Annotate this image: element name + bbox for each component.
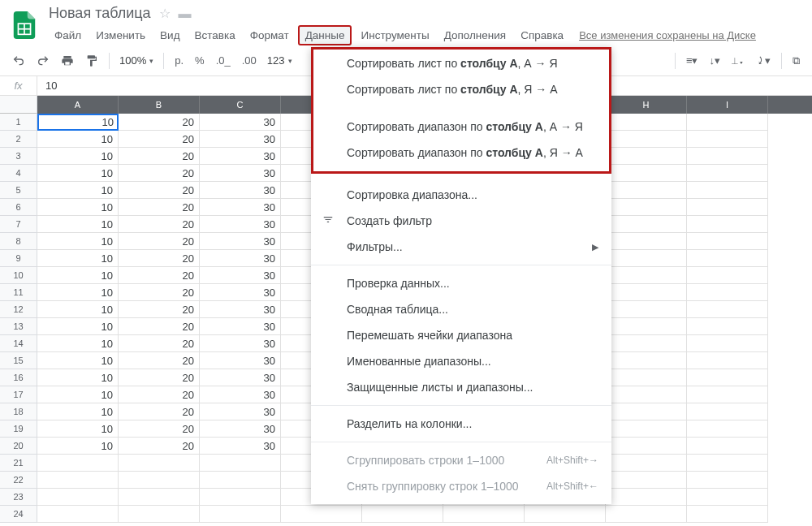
cell[interactable]: 10 xyxy=(37,131,119,148)
cell[interactable] xyxy=(687,386,768,403)
row-header[interactable]: 8 xyxy=(0,233,37,250)
percent-button[interactable]: % xyxy=(191,51,209,70)
row-header[interactable]: 23 xyxy=(0,489,37,506)
cell[interactable] xyxy=(119,489,200,506)
row-header[interactable]: 9 xyxy=(0,250,37,267)
cell[interactable]: 30 xyxy=(200,182,281,199)
cell[interactable]: 10 xyxy=(37,369,119,386)
cell[interactable]: 30 xyxy=(200,438,281,455)
cell[interactable]: 20 xyxy=(119,369,200,386)
undo-button[interactable] xyxy=(8,51,29,71)
cell[interactable]: 20 xyxy=(119,352,200,369)
cell[interactable]: 20 xyxy=(119,216,200,233)
cell[interactable] xyxy=(687,182,768,199)
cell[interactable] xyxy=(687,318,768,335)
menu-insert[interactable]: Вставка xyxy=(189,27,241,44)
menu-help[interactable]: Справка xyxy=(515,27,569,44)
cell[interactable] xyxy=(119,506,200,523)
cell[interactable]: 20 xyxy=(119,386,200,403)
cell[interactable] xyxy=(606,506,687,523)
cell[interactable]: 20 xyxy=(119,301,200,318)
row-header[interactable]: 10 xyxy=(0,267,37,284)
cell[interactable]: 20 xyxy=(119,403,200,420)
cell[interactable]: 20 xyxy=(119,438,200,455)
sort-sheet-az[interactable]: Сортировать лист по столбцу A, А → Я xyxy=(311,47,611,76)
cell[interactable]: 20 xyxy=(119,148,200,165)
cell[interactable]: 20 xyxy=(119,182,200,199)
cell[interactable]: 10 xyxy=(37,199,119,216)
cell[interactable] xyxy=(200,506,281,523)
cell[interactable]: 30 xyxy=(200,403,281,420)
cell[interactable] xyxy=(606,420,687,438)
split-to-columns[interactable]: Разделить на колонки... xyxy=(311,411,611,437)
sort-range-za[interactable]: Сортировать диапазон по столбцу A, Я → А xyxy=(311,140,611,166)
cell[interactable] xyxy=(606,233,687,250)
cell[interactable] xyxy=(606,386,687,403)
cell[interactable] xyxy=(687,267,768,284)
cell[interactable] xyxy=(687,472,768,489)
cell[interactable]: 30 xyxy=(200,284,281,301)
cell[interactable] xyxy=(119,455,200,472)
link-button[interactable]: ⧉ xyxy=(788,51,804,71)
cell[interactable] xyxy=(687,284,768,301)
cell[interactable]: 20 xyxy=(119,284,200,301)
cell[interactable] xyxy=(606,114,687,131)
row-header[interactable]: 16 xyxy=(0,369,37,386)
cell[interactable]: 20 xyxy=(119,131,200,148)
cell[interactable] xyxy=(687,335,768,352)
column-header-H[interactable]: H xyxy=(606,96,687,114)
currency-button[interactable]: р. xyxy=(171,51,188,70)
cell[interactable]: 30 xyxy=(200,216,281,233)
cell[interactable] xyxy=(687,148,768,165)
cell[interactable]: 20 xyxy=(119,114,200,131)
redo-button[interactable] xyxy=(32,51,54,71)
sort-range-dialog[interactable]: Сортировка диапазона... xyxy=(311,182,611,208)
cell[interactable] xyxy=(525,506,606,523)
cell[interactable] xyxy=(687,233,768,250)
cell[interactable] xyxy=(687,301,768,318)
column-header-C[interactable]: C xyxy=(200,96,281,114)
cell[interactable]: 30 xyxy=(200,148,281,165)
group-rows[interactable]: Сгруппировать строки 1–1000Alt+Shift+→ xyxy=(311,447,611,473)
cell[interactable]: 10 xyxy=(37,386,119,403)
cell[interactable] xyxy=(687,438,768,455)
menu-tools[interactable]: Инструменты xyxy=(355,27,434,44)
sort-sheet-za[interactable]: Сортировать лист по столбцу A, Я → А xyxy=(311,76,611,102)
doc-title[interactable]: Новая таблица xyxy=(49,5,151,22)
cell[interactable] xyxy=(687,420,768,438)
protected-sheets[interactable]: Защищенные листы и диапазоны... xyxy=(311,374,611,400)
cell[interactable]: 10 xyxy=(37,250,119,267)
row-header[interactable]: 21 xyxy=(0,455,37,472)
column-header-B[interactable]: B xyxy=(119,96,200,114)
shuffle-range[interactable]: Перемешать ячейки диапазона xyxy=(311,322,611,348)
cell[interactable] xyxy=(606,199,687,216)
cell[interactable] xyxy=(606,216,687,233)
row-header[interactable]: 4 xyxy=(0,165,37,182)
cell[interactable] xyxy=(200,472,281,489)
formula-input[interactable]: 10 xyxy=(37,80,57,92)
row-header[interactable]: 17 xyxy=(0,386,37,403)
cell[interactable]: 10 xyxy=(37,148,119,165)
cell[interactable]: 20 xyxy=(119,165,200,182)
row-header[interactable]: 5 xyxy=(0,182,37,199)
menu-data[interactable]: Данные xyxy=(298,25,352,45)
column-header-I[interactable]: I xyxy=(687,96,768,114)
cell[interactable] xyxy=(606,318,687,335)
ungroup-rows[interactable]: Снять группировку строк 1–1000Alt+Shift+… xyxy=(311,473,611,499)
number-format-select[interactable]: 123 xyxy=(264,54,296,67)
row-header[interactable]: 15 xyxy=(0,352,37,369)
cell[interactable]: 10 xyxy=(37,165,119,182)
cell[interactable]: 10 xyxy=(37,420,119,438)
cell[interactable] xyxy=(606,148,687,165)
cell[interactable] xyxy=(606,455,687,472)
cell[interactable] xyxy=(606,369,687,386)
select-all-corner[interactable] xyxy=(0,96,37,114)
cell[interactable] xyxy=(606,489,687,506)
cell[interactable]: 30 xyxy=(200,233,281,250)
row-header[interactable]: 22 xyxy=(0,472,37,489)
data-validation[interactable]: Проверка данных... xyxy=(311,270,611,296)
cell[interactable] xyxy=(687,131,768,148)
cell[interactable] xyxy=(606,403,687,420)
cell[interactable] xyxy=(281,506,362,523)
cell[interactable]: 10 xyxy=(37,267,119,284)
